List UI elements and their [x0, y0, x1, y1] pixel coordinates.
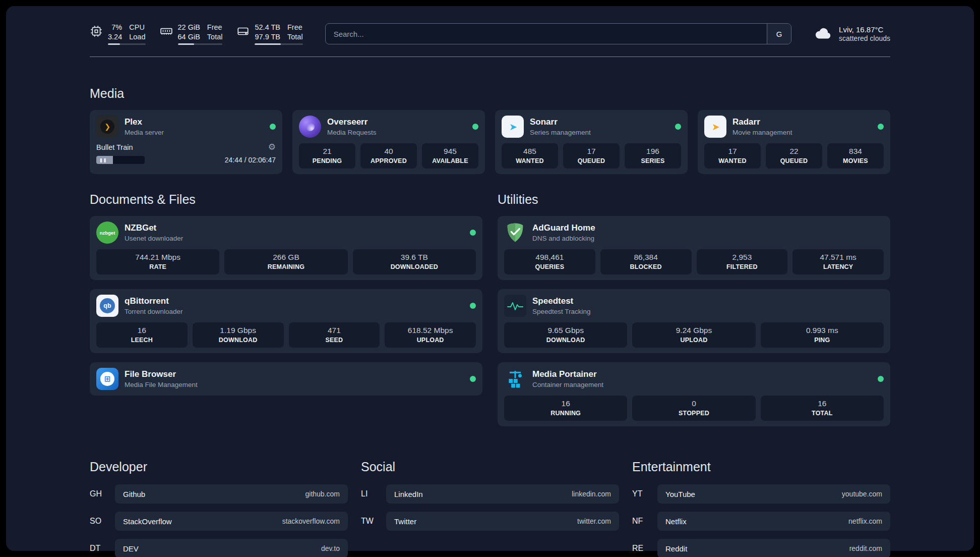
speedtest-icon: [504, 295, 526, 317]
service-subtitle: Media File Management: [125, 381, 198, 388]
status-dot: [878, 376, 884, 382]
service-card-portainer[interactable]: Media Portainer Container management 16 …: [498, 362, 890, 426]
service-card-overseerr[interactable]: Overseerr Media Requests 21 PENDING 40 A…: [292, 110, 485, 174]
service-card-adguard[interactable]: AdGuard Home DNS and adblocking 498,461 …: [498, 216, 890, 280]
service-subtitle: Speedtest Tracking: [532, 308, 591, 315]
service-subtitle: Container management: [532, 381, 603, 388]
bookmark-row: GH Github github.com: [90, 484, 348, 504]
stat-value: 21: [302, 147, 352, 156]
memory-icon: [160, 25, 173, 38]
service-name: Radarr: [732, 117, 792, 127]
stat-value: 485: [505, 147, 555, 156]
stat-value: 47.571 ms: [795, 253, 881, 262]
stat-label: RUNNING: [507, 410, 624, 417]
stat-block: 9.65 Gbps DOWNLOAD: [504, 322, 627, 348]
bookmark-link-github[interactable]: Github github.com: [115, 484, 348, 504]
gear-icon[interactable]: ⚙: [268, 143, 276, 151]
bookmark-group-entertainment: Entertainment YT YouTube youtube.com NF …: [632, 460, 890, 557]
service-card-nzbget[interactable]: nzbget NZBGet Usenet downloader 744.21 M…: [90, 216, 482, 280]
service-subtitle: DNS and adblocking: [532, 235, 595, 242]
stat-label: LEECH: [99, 337, 185, 344]
stat-label: TOTAL: [764, 410, 881, 417]
pause-icon[interactable]: ❚❚: [99, 158, 107, 162]
stat-label: QUEUED: [769, 157, 819, 164]
stat-label: LATENCY: [795, 263, 881, 270]
disk-bar: [255, 43, 302, 45]
status-dot: [470, 376, 476, 382]
stat-value: 618.52 Mbps: [388, 326, 473, 335]
status-dot: [470, 230, 476, 236]
service-name: Overseerr: [327, 117, 377, 127]
bookmark-name: StackOverflow: [123, 517, 172, 526]
stat-block: 21 PENDING: [299, 143, 355, 169]
service-card-plex[interactable]: ❯ Plex Media server Bullet Train ⚙ ❚❚: [90, 110, 282, 174]
nzbget-icon: nzbget: [96, 221, 118, 244]
stat-value: 834: [830, 147, 881, 156]
status-dot: [470, 303, 476, 309]
stat-value: 266 GB: [227, 253, 344, 262]
service-name: qBittorrent: [125, 296, 183, 306]
bookmark-abbr: RE: [632, 544, 657, 553]
service-card-radarr[interactable]: ➤ Radarr Movie management 17 WANTED 22 Q…: [698, 110, 890, 174]
stat-label: STOPPED: [635, 410, 752, 417]
stat-block: 86,384 BLOCKED: [600, 249, 692, 274]
stat-label: FILTERED: [700, 263, 785, 270]
stat-block: 16 LEECH: [96, 322, 188, 348]
bookmark-link-netflix[interactable]: Netflix netflix.com: [657, 512, 890, 531]
bookmark-link-reddit[interactable]: Reddit reddit.com: [657, 539, 890, 557]
service-subtitle: Media Requests: [327, 129, 377, 136]
stat-label: DOWNLOAD: [507, 337, 624, 344]
service-name: Plex: [125, 117, 164, 127]
bookmark-name: YouTube: [665, 490, 695, 498]
stat-label: WANTED: [505, 157, 555, 164]
section-title-documents: Documents & Files: [90, 192, 482, 207]
stat-block: 40 APPROVED: [360, 143, 417, 169]
bookmark-row: SO StackOverflow stackoverflow.com: [90, 512, 348, 531]
weather-location: Lviv, 16.87°C: [839, 25, 890, 34]
stat-block: 266 GB REMAINING: [224, 249, 347, 274]
stat-label: PING: [764, 337, 881, 344]
playback-time: 24:44 / 02:06:47: [225, 156, 276, 164]
disk-icon: [236, 25, 250, 38]
service-name: Sonarr: [530, 117, 591, 127]
sonarr-icon: ➤: [502, 116, 524, 138]
stat-value: 0: [635, 399, 752, 408]
search-bar: G: [325, 23, 791, 44]
bookmark-link-linkedin[interactable]: LinkedIn linkedin.com: [386, 484, 619, 504]
bookmark-abbr: YT: [632, 489, 657, 498]
stat-label: MOVIES: [830, 157, 881, 164]
stat-label: UPLOAD: [635, 337, 752, 344]
section-media: Media ❯ Plex Media server Bullet Train ⚙: [90, 86, 890, 174]
service-card-sonarr[interactable]: ➤ Sonarr Series management 485 WANTED 17…: [495, 110, 688, 174]
bookmark-name: Github: [123, 490, 145, 498]
stat-label: RATE: [99, 263, 216, 270]
service-card-speedtest[interactable]: Speedtest Speedtest Tracking 9.65 Gbps D…: [498, 289, 890, 353]
stat-value: 17: [566, 147, 617, 156]
bookmark-link-dev[interactable]: DEV dev.to: [115, 539, 348, 557]
stat-block: 744.21 Mbps RATE: [96, 249, 219, 274]
qbittorrent-icon: qb: [96, 295, 118, 317]
playback-progress-bar[interactable]: ❚❚: [96, 156, 145, 164]
status-dot: [675, 124, 681, 130]
bookmark-abbr: SO: [90, 517, 115, 526]
search-input[interactable]: [326, 24, 767, 44]
stat-block: 471 SEED: [289, 322, 380, 348]
bookmark-link-stackoverflow[interactable]: StackOverflow stackoverflow.com: [115, 512, 348, 531]
now-playing-title: Bullet Train: [96, 143, 133, 151]
search-provider-button[interactable]: G: [767, 24, 791, 44]
weather-widget[interactable]: Lviv, 16.87°C scattered clouds: [814, 25, 890, 42]
stat-value: 0.993 ms: [764, 326, 881, 335]
bookmark-link-youtube[interactable]: YouTube youtube.com: [657, 484, 890, 504]
service-card-qbittorrent[interactable]: qb qBittorrent Torrent downloader 16 LEE…: [90, 289, 482, 353]
bookmark-link-twitter[interactable]: Twitter twitter.com: [386, 512, 619, 531]
memory-widget: 22 GiB 64 GiB Free Total: [160, 23, 223, 45]
stat-value: 2,953: [700, 253, 785, 262]
stat-value: 16: [507, 399, 624, 408]
stat-value: 1.19 Gbps: [196, 326, 281, 335]
stat-value: 39.6 TB: [356, 253, 473, 262]
service-card-filebrowser[interactable]: ⊞ File Browser Media File Management: [90, 362, 482, 396]
cpu-usage-value: 7%: [111, 23, 122, 32]
bookmark-url: stackoverflow.com: [282, 517, 340, 525]
stat-block: 2,953 FILTERED: [697, 249, 788, 274]
stat-value: 744.21 Mbps: [99, 253, 216, 262]
